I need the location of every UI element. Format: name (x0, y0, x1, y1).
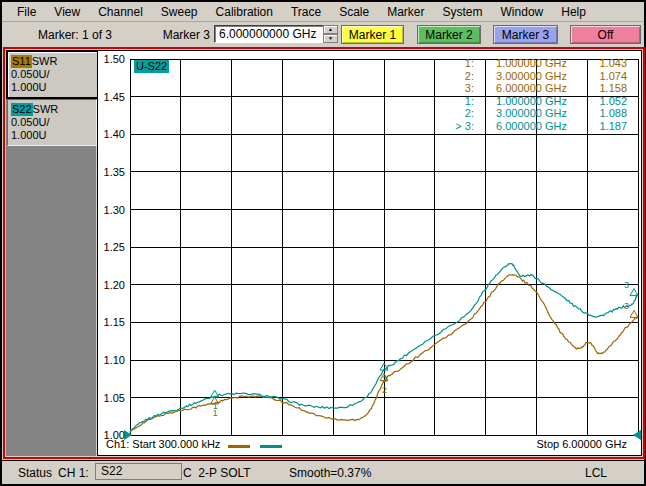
readout-num: > 3: (438, 120, 474, 133)
menu-bar: FileViewChannelSweepCalibrationTraceScal… (2, 2, 644, 22)
menu-item-marker[interactable]: Marker (378, 2, 433, 22)
y-axis-tick: 1.40 (98, 128, 125, 140)
marker-2-button[interactable]: Marker 2 (417, 25, 481, 44)
marker-readout-row: > 3:6.000000 GHz1.187 (438, 120, 627, 133)
trace-s11-legend-swatch (228, 445, 250, 448)
correction-status: C 2-P SOLT (183, 466, 251, 480)
trace-format: SWR (33, 103, 59, 115)
marker-1-button[interactable]: Marker 1 (341, 25, 404, 44)
menu-item-channel[interactable]: Channel (89, 2, 152, 22)
trace-scale: 0.050U/ (11, 68, 97, 81)
readout-freq: 1.000000 GHz (474, 95, 567, 108)
marker-3-label: 3 (624, 280, 629, 290)
frequency-spinner: ▲ ▼ (323, 25, 338, 44)
trace-reference: 1.000U (11, 81, 97, 94)
y-axis-tick: 1.10 (98, 354, 125, 366)
readout-num: 2: (438, 107, 474, 120)
off-button[interactable]: Off (570, 25, 641, 44)
readout-val: 1.088 (567, 107, 627, 120)
y-axis-tick: 1.00 (98, 429, 125, 441)
marker-frequency-input[interactable] (214, 25, 324, 43)
y-axis-tick: 1.30 (98, 204, 125, 216)
readout-val: 1.043 (567, 57, 627, 70)
channel-label: CH 1: (58, 466, 89, 480)
marker-3-button[interactable]: Marker 3 (493, 25, 558, 44)
y-axis-tick: 1.15 (98, 316, 125, 328)
readout-num: 1: (438, 95, 474, 108)
x-axis-strip: Ch1: Start 300.000 kHz Stop 6.00000 GHz (98, 437, 641, 453)
readout-val: 1.074 (567, 70, 627, 83)
y-axis-tick: 1.50 (98, 53, 125, 65)
marker-2-label: 2 (382, 385, 387, 395)
measurement-window: S11SWR0.050U/1.000US22SWR0.050U/1.000U 1… (3, 47, 645, 459)
menu-item-file[interactable]: File (8, 2, 45, 22)
menu-item-scale[interactable]: Scale (330, 2, 378, 22)
y-axis-tick: 1.25 (98, 241, 125, 253)
y-axis-tick: 1.20 (98, 279, 125, 291)
trace-tag-s11: S11 (11, 55, 32, 68)
readout-freq: 6.000000 GHz (474, 82, 567, 95)
marker-field-label: Marker 3 (160, 28, 210, 42)
marker-readout-row: 2:3.000000 GHz1.088 (438, 107, 627, 120)
measurement-box: S22 (95, 463, 182, 480)
menu-item-view[interactable]: View (45, 2, 89, 22)
lcl-indicator: LCL (585, 466, 607, 480)
marker-readout-table: 1:1.000000 GHz1.0432:3.000000 GHz1.0743:… (438, 57, 627, 133)
trace-sidebar: S11SWR0.050U/1.000US22SWR0.050U/1.000U (6, 50, 96, 456)
readout-val: 1.187 (567, 120, 627, 133)
menu-item-sweep[interactable]: Sweep (152, 2, 207, 22)
y-axis-tick: 1.05 (98, 392, 125, 404)
readout-freq: 1.000000 GHz (474, 57, 567, 70)
vna-application-window: FileViewChannelSweepCalibrationTraceScal… (2, 2, 644, 484)
menu-item-system[interactable]: System (434, 2, 492, 22)
readout-num: 3: (438, 82, 474, 95)
spinner-down-button[interactable]: ▼ (323, 34, 338, 43)
readout-freq: 3.000000 GHz (474, 70, 567, 83)
menu-item-window[interactable]: Window (492, 2, 553, 22)
readout-num: 2: (438, 70, 474, 83)
trace-button-s11[interactable]: S11SWR0.050U/1.000U (6, 50, 99, 99)
menu-item-trace[interactable]: Trace (282, 2, 330, 22)
readout-val: 1.052 (567, 95, 627, 108)
marker-1-label: 1 (213, 401, 218, 411)
readout-freq: 6.000000 GHz (474, 120, 567, 133)
menu-item-calibration[interactable]: Calibration (207, 2, 282, 22)
trace-button-s22[interactable]: S22SWR0.050U/1.000U (7, 99, 97, 146)
sweep-stop-label: Stop 6.00000 GHz (536, 438, 627, 450)
status-bar: Status CH 1: S22 C 2-P SOLT Smooth=0.37%… (2, 460, 644, 484)
trace-reference: 1.000U (11, 129, 96, 142)
marker-readout-row: 1:1.000000 GHz1.052 (438, 95, 627, 108)
marker-readout-row: 3:6.000000 GHz1.158 (438, 82, 627, 95)
trace-scale: 0.050U/ (11, 116, 96, 129)
marker-toolbar: Marker: 1 of 3 Marker 3 ▲ ▼ Marker 1Mark… (2, 23, 644, 48)
marker-readout-row: 1:1.000000 GHz1.043 (438, 57, 627, 70)
spinner-up-button[interactable]: ▲ (323, 25, 338, 34)
y-axis-tick: 1.45 (98, 91, 125, 103)
smoothing-status: Smooth=0.37% (289, 466, 371, 480)
readout-num: 1: (438, 57, 474, 70)
marker-2-label: 2 (382, 374, 387, 384)
plot-panel: 123123 U-S22 1:1.000000 GHz1.0432:3.0000… (97, 50, 642, 456)
trace-s22-legend-swatch (260, 445, 282, 448)
y-axis-tick: 1.35 (98, 166, 125, 178)
menu-item-help[interactable]: Help (552, 2, 595, 22)
marker-status-label: Marker: 1 of 3 (38, 28, 112, 42)
readout-freq: 3.000000 GHz (474, 107, 567, 120)
marker-readout-row: 2:3.000000 GHz1.074 (438, 70, 627, 83)
trace-format: SWR (32, 55, 58, 67)
readout-val: 1.158 (567, 82, 627, 95)
active-trace-label: U-S22 (134, 60, 169, 73)
trace-tag-s22: S22 (11, 103, 33, 116)
status-label: Status (18, 466, 52, 480)
